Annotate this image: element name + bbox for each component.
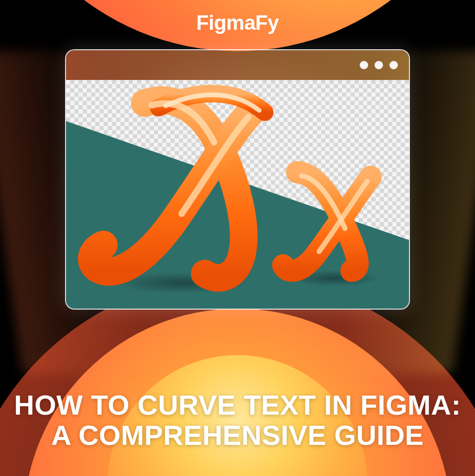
window-titlebar bbox=[66, 50, 409, 80]
window-control-dot bbox=[389, 61, 398, 69]
window-canvas bbox=[66, 80, 409, 309]
hero-title: HOW TO CURVE TEXT IN FIGMA: A COMPREHENS… bbox=[0, 390, 475, 451]
window-control-dot bbox=[360, 61, 368, 69]
letter-small-x bbox=[283, 172, 370, 271]
promo-card: FigmaFy bbox=[0, 0, 475, 476]
letter-art bbox=[66, 80, 409, 309]
window-control-dot bbox=[375, 61, 383, 69]
brand-logo: FigmaFy bbox=[0, 11, 475, 34]
app-window bbox=[65, 49, 410, 310]
letter-big-x bbox=[92, 93, 264, 278]
